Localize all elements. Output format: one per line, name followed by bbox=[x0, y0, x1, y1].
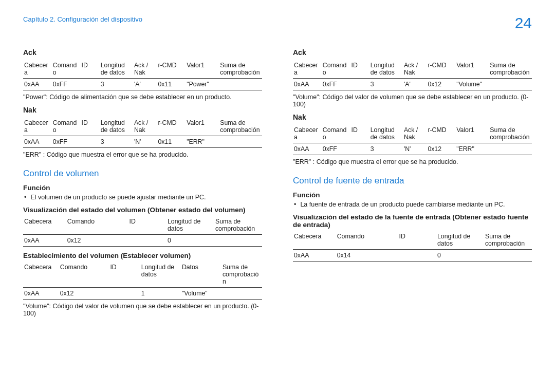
td: 1 bbox=[140, 288, 181, 300]
td bbox=[489, 79, 532, 90]
funcion-bullet: El volumen de un producto se puede ajust… bbox=[23, 194, 262, 201]
th: Suma de comprobación bbox=[214, 216, 262, 235]
th: Ack / Nak bbox=[403, 60, 427, 79]
th: Ack / Nak bbox=[133, 60, 157, 79]
right-nak-table: Cabecera Comando ID Longitud de datos Ac… bbox=[293, 124, 532, 155]
bullet-text: La fuente de entrada de un producto pued… bbox=[300, 201, 505, 208]
td: 0x12 bbox=[59, 288, 109, 300]
td: 3 bbox=[100, 136, 133, 148]
th: Valor1 bbox=[455, 124, 489, 143]
content-columns: Ack Cabecera Comando ID Longitud de dato… bbox=[23, 45, 532, 322]
td: 0x14 bbox=[336, 250, 398, 262]
td: 0xFF bbox=[52, 136, 81, 148]
right-vis-table: Cabecera Comando ID Longitud de datos Su… bbox=[293, 231, 532, 262]
td: 0 bbox=[166, 235, 214, 247]
th: Suma de comprobación bbox=[484, 231, 532, 250]
td bbox=[219, 136, 262, 148]
th: Comando bbox=[322, 60, 350, 79]
nak-heading: Nak bbox=[293, 113, 532, 121]
funcion-bullet: La fuente de entrada de un producto pued… bbox=[293, 201, 532, 208]
th: Suma de comprobación bbox=[221, 262, 262, 288]
th: Valor1 bbox=[186, 60, 219, 79]
page-header: Capítulo 2. Configuración del dispositiv… bbox=[23, 15, 532, 31]
td: "Volume" bbox=[455, 79, 489, 90]
td: 0xFF bbox=[52, 79, 81, 90]
td: 'A' bbox=[133, 79, 157, 90]
th: Comando bbox=[66, 216, 128, 235]
td: "ERR" bbox=[186, 136, 219, 148]
td: 3 bbox=[369, 79, 403, 90]
td: 0xAA bbox=[23, 235, 66, 247]
th: ID bbox=[81, 60, 100, 79]
nak-heading: Nak bbox=[23, 106, 262, 114]
right-ack-table: Cabecera Comando ID Longitud de datos Ac… bbox=[293, 60, 532, 90]
th: Longitud de datos bbox=[100, 117, 133, 136]
th: Suma de comprobación bbox=[489, 124, 532, 143]
td bbox=[81, 79, 100, 90]
th: Longitud de datos bbox=[436, 231, 484, 250]
th: Valor1 bbox=[186, 117, 219, 136]
td: 0xAA bbox=[293, 143, 322, 155]
th: Valor1 bbox=[455, 60, 489, 79]
nak-note: "ERR" : Código que muestra el error que … bbox=[293, 158, 532, 165]
td bbox=[81, 136, 100, 148]
td: "ERR" bbox=[455, 143, 489, 155]
td: 0x12 bbox=[427, 143, 455, 155]
page-number: 24 bbox=[515, 15, 532, 31]
left-set-table: Cabecera Comando ID Longitud de datos Da… bbox=[23, 262, 262, 300]
td: 0xAA bbox=[23, 79, 52, 90]
td bbox=[484, 250, 532, 262]
left-column: Ack Cabecera Comando ID Longitud de dato… bbox=[23, 45, 262, 322]
th: Suma de comprobación bbox=[219, 60, 262, 79]
th: Comando bbox=[322, 124, 350, 143]
td: 'N' bbox=[403, 143, 427, 155]
page: Capítulo 2. Configuración del dispositiv… bbox=[0, 0, 555, 338]
td: "Volume" bbox=[181, 288, 221, 300]
th: r-CMD bbox=[157, 60, 186, 79]
td: 0xAA bbox=[23, 288, 59, 300]
td bbox=[489, 143, 532, 155]
right-column: Ack Cabecera Comando ID Longitud de dato… bbox=[293, 45, 532, 322]
td bbox=[214, 235, 262, 247]
th: Ack / Nak bbox=[133, 117, 157, 136]
td: 0xFF bbox=[322, 143, 350, 155]
th: Comando bbox=[59, 262, 109, 288]
vis-heading: Visualización del estado del volumen (Ob… bbox=[23, 206, 262, 214]
table-row: 0xAA 0x12 0 bbox=[23, 235, 262, 247]
th: Cabecera bbox=[293, 124, 322, 143]
th: Cabecera bbox=[23, 60, 52, 79]
td: 0xFF bbox=[322, 79, 350, 90]
td bbox=[219, 79, 262, 90]
table-row: 0xAA 0xFF 3 'N' 0x11 "ERR" bbox=[23, 136, 262, 148]
th: ID bbox=[128, 216, 166, 235]
table-row: 0xAA 0x14 0 bbox=[293, 250, 532, 262]
td: 3 bbox=[369, 143, 403, 155]
ack-heading: Ack bbox=[293, 48, 532, 57]
th: Longitud de datos bbox=[100, 60, 133, 79]
th: Cabecera bbox=[23, 117, 52, 136]
th: Ack / Nak bbox=[403, 124, 427, 143]
ack-note: "Volume": Código del valor de volumen qu… bbox=[293, 94, 532, 108]
th: Cabecera bbox=[293, 60, 322, 79]
funcion-heading: Función bbox=[293, 191, 532, 199]
left-vis-table: Cabecera Comando ID Longitud de datos Su… bbox=[23, 216, 262, 247]
th: Longitud de datos bbox=[369, 60, 403, 79]
th: ID bbox=[81, 117, 100, 136]
th: r-CMD bbox=[157, 117, 186, 136]
td: 0x12 bbox=[427, 79, 455, 90]
th: ID bbox=[350, 124, 369, 143]
th: Comando bbox=[52, 117, 81, 136]
chapter-title: Capítulo 2. Configuración del dispositiv… bbox=[23, 15, 142, 23]
vis-heading: Visualización del estado de la fuente de… bbox=[293, 213, 532, 229]
th: Cabecera bbox=[23, 216, 66, 235]
th: Cabecera bbox=[23, 262, 59, 288]
td bbox=[350, 143, 369, 155]
volume-note: "Volume": Código del valor de volumen qu… bbox=[23, 303, 262, 317]
th: Suma de comprobación bbox=[489, 60, 532, 79]
ack-note: "Power": Código de alimentación que se d… bbox=[23, 94, 262, 101]
td: 0xAA bbox=[293, 79, 322, 90]
td: 0x11 bbox=[157, 136, 186, 148]
td: 0x12 bbox=[66, 235, 128, 247]
funcion-heading: Función bbox=[23, 184, 262, 192]
td: 0 bbox=[436, 250, 484, 262]
